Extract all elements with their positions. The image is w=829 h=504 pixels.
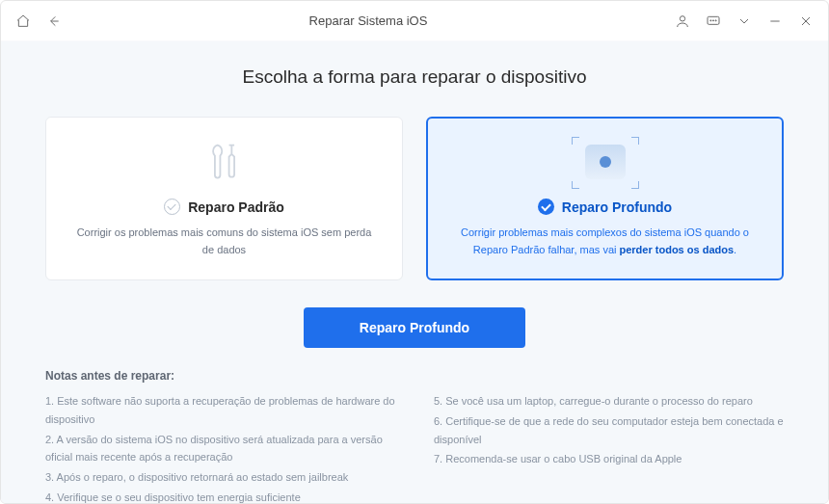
feedback-icon[interactable] bbox=[705, 13, 722, 30]
svg-point-0 bbox=[680, 15, 684, 20]
back-icon[interactable] bbox=[45, 13, 63, 30]
notes-heading: Notas antes de reparar: bbox=[45, 369, 784, 383]
repair-mode-cards: Reparo Padrão Corrigir os problemas mais… bbox=[45, 117, 784, 280]
note-item: 1. Este software não suporta a recuperaç… bbox=[45, 392, 395, 428]
note-item: 2. A versão do sistema iOS no dispositiv… bbox=[45, 431, 395, 466]
user-icon[interactable] bbox=[674, 13, 691, 30]
home-icon[interactable] bbox=[14, 13, 32, 30]
card-desc: Corrigir problemas mais complexos do sis… bbox=[452, 225, 758, 258]
main-content: Escolha a forma para reparar o dispositi… bbox=[1, 41, 828, 504]
svg-point-3 bbox=[712, 19, 713, 20]
check-circle-filled-icon bbox=[538, 199, 554, 215]
svg-point-4 bbox=[715, 19, 716, 20]
chevron-down-icon[interactable] bbox=[735, 13, 753, 30]
card-deep-repair[interactable]: Reparo Profundo Corrigir problemas mais … bbox=[426, 117, 784, 280]
window-title: Reparar Sistema iOS bbox=[63, 13, 674, 28]
check-circle-icon bbox=[164, 199, 180, 215]
note-item: 6. Certifique-se de que a rede do seu co… bbox=[434, 412, 784, 448]
svg-point-2 bbox=[710, 19, 711, 20]
card-title: Reparo Padrão bbox=[188, 199, 284, 215]
desc-bold: perder todos os dados bbox=[620, 244, 735, 255]
titlebar: Reparar Sistema iOS bbox=[1, 1, 828, 41]
note-item: 5. Se você usa um laptop, carregue-o dur… bbox=[434, 392, 784, 411]
device-scan-icon bbox=[452, 135, 758, 191]
page-title: Escolha a forma para reparar o dispositi… bbox=[45, 66, 784, 88]
card-desc: Corrigir os problemas mais comuns do sis… bbox=[71, 225, 377, 258]
desc-suffix: . bbox=[734, 244, 736, 255]
tools-icon bbox=[71, 135, 377, 191]
note-item: 4. Verifique se o seu dispositivo tem en… bbox=[45, 489, 395, 504]
note-item: 3. Após o reparo, o dispositivo retornar… bbox=[45, 468, 395, 487]
close-icon[interactable] bbox=[797, 13, 815, 30]
repair-button[interactable]: Reparo Profundo bbox=[304, 307, 525, 348]
minimize-icon[interactable] bbox=[766, 13, 784, 30]
card-title: Reparo Profundo bbox=[562, 199, 672, 215]
notes-section: 1. Este software não suporta a recuperaç… bbox=[45, 392, 784, 504]
card-standard-repair[interactable]: Reparo Padrão Corrigir os problemas mais… bbox=[45, 117, 403, 280]
note-item: 7. Recomenda-se usar o cabo USB original… bbox=[434, 450, 784, 468]
